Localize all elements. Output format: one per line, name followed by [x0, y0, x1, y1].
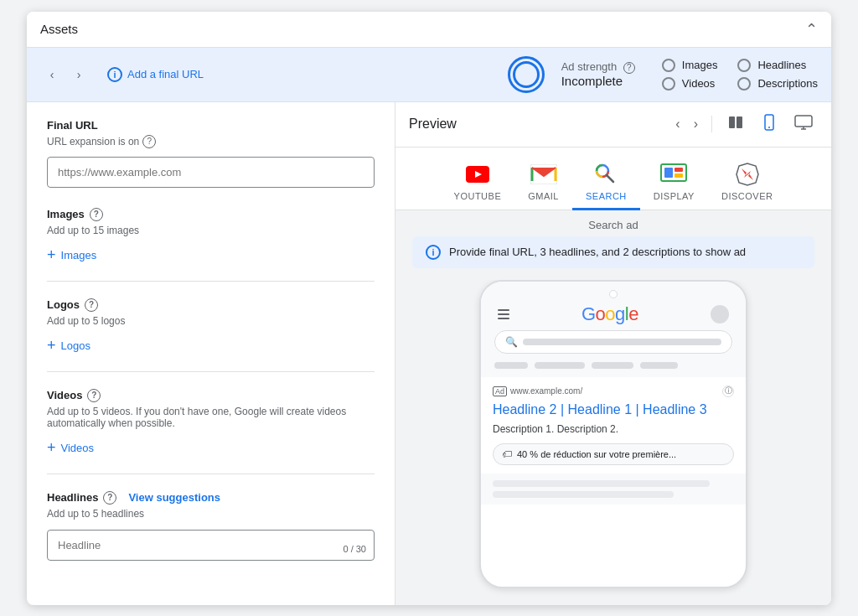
ad-strength-label: Ad strength ?: [561, 60, 635, 74]
mobile-view-btn[interactable]: [756, 111, 783, 138]
tag-icon: 🏷: [502, 448, 512, 460]
tab-search[interactable]: SEARCH: [572, 154, 640, 210]
info-banner-text: Provide final URL, 3 headlines, and 2 de…: [449, 246, 746, 258]
final-url-title: Final URL: [47, 119, 375, 132]
add-videos-button[interactable]: + Videos: [47, 439, 94, 457]
svg-point-3: [768, 127, 770, 128]
logos-subtitle: Add up to 5 logos: [47, 315, 375, 327]
phone-header: Google: [494, 303, 732, 325]
gmail-icon: [530, 161, 557, 188]
headline-input[interactable]: [47, 530, 375, 561]
plus-icon: +: [47, 337, 56, 355]
search-bar-placeholder: [523, 339, 721, 345]
videos-section: Videos ? Add up to 5 videos. If you don'…: [47, 389, 375, 457]
google-logo: Google: [581, 303, 638, 325]
char-count: 0 / 30: [343, 544, 366, 554]
check-descriptions: Descriptions: [737, 77, 818, 91]
add-images-button[interactable]: + Images: [47, 246, 96, 264]
ad-label-row: Ad www.example.com/ ⓘ: [493, 386, 734, 397]
circle-inner: [513, 61, 540, 88]
add-logos-button[interactable]: + Logos: [47, 337, 90, 355]
youtube-label: YOUTUBE: [454, 191, 502, 201]
discover-label: DISCOVER: [721, 191, 773, 201]
search-icon-small: 🔍: [505, 336, 518, 348]
preview-title: Preview: [409, 116, 457, 132]
ad-extension: 🏷 40 % de réduction sur votre première..…: [493, 443, 734, 465]
phone-container: Google 🔍: [395, 280, 831, 605]
check-col-2: Headlines Descriptions: [737, 59, 818, 91]
images-section: Images ? Add up to 15 images + Images: [47, 208, 375, 264]
headlines-subtitle: Add up to 5 headlines: [47, 508, 375, 520]
nav-line: [640, 362, 678, 369]
main-layout: Final URL URL expansion is on ? Images ?…: [27, 102, 831, 605]
placeholder-line: [493, 491, 674, 498]
check-circle: [737, 59, 751, 72]
preview-header: Preview ‹ ›: [395, 102, 831, 148]
next-arrow[interactable]: ›: [67, 63, 90, 86]
phone-camera: [609, 290, 618, 298]
tab-display[interactable]: DISPLAY: [640, 154, 708, 210]
preview-next-btn[interactable]: ›: [690, 113, 701, 135]
ad-strength-status: Incomplete: [561, 74, 635, 88]
placeholder-lines: [493, 480, 734, 498]
headlines-help-icon[interactable]: ?: [103, 491, 116, 505]
svg-rect-0: [729, 116, 735, 128]
logos-help-icon[interactable]: ?: [85, 298, 98, 312]
videos-title: Videos ?: [47, 389, 375, 402]
desktop-view-btn[interactable]: [789, 111, 818, 138]
account-avatar: [711, 305, 729, 324]
check-col-1: Images Videos: [662, 59, 718, 91]
ad-extension-text: 40 % de réduction sur votre première...: [517, 449, 676, 459]
headlines-section: Headlines ? View suggestions Add up to 5…: [47, 491, 375, 561]
svg-rect-1: [737, 116, 742, 128]
plus-icon: +: [47, 439, 56, 457]
info-banner: i Provide final URL, 3 headlines, and 2 …: [412, 236, 814, 268]
tab-youtube[interactable]: YOUTUBE: [441, 154, 515, 210]
tab-discover[interactable]: DISCOVER: [708, 154, 786, 210]
display-icon: [660, 161, 687, 188]
logos-section: Logos ? Add up to 5 logos + Logos: [47, 298, 375, 355]
images-help-icon[interactable]: ?: [90, 208, 103, 221]
youtube-icon: [464, 161, 491, 188]
ad-strength-info: Ad strength ? Incomplete: [561, 60, 635, 88]
preview-prev-btn[interactable]: ‹: [672, 113, 683, 135]
svg-line-15: [607, 175, 613, 182]
tab-gmail[interactable]: GMAIL: [514, 154, 572, 210]
svg-rect-18: [675, 168, 683, 172]
search-label: SEARCH: [586, 191, 627, 201]
phone-bottom: [481, 474, 746, 505]
left-panel: Final URL URL expansion is on ? Images ?…: [27, 102, 395, 605]
nav-line: [592, 362, 633, 369]
svg-rect-19: [675, 173, 683, 178]
two-col-view-btn[interactable]: [722, 111, 749, 138]
hamburger-icon: [498, 309, 509, 319]
logos-title: Logos ?: [47, 298, 375, 312]
strength-help-icon[interactable]: ?: [623, 62, 635, 74]
phone-top: Google 🔍: [481, 282, 746, 377]
images-subtitle: Add up to 15 images: [47, 225, 375, 236]
videos-help-icon[interactable]: ?: [87, 389, 101, 402]
ad-url: www.example.com/: [510, 386, 582, 396]
images-title: Images ?: [47, 208, 375, 221]
window-title: Assets: [40, 22, 78, 36]
add-url-chip[interactable]: i Add a final URL: [107, 67, 204, 82]
gmail-label: GMAIL: [528, 191, 559, 201]
svg-rect-17: [664, 168, 673, 178]
prev-arrow[interactable]: ‹: [40, 63, 64, 86]
url-help-icon[interactable]: ?: [142, 135, 156, 148]
check-headlines: Headlines: [737, 59, 818, 72]
headlines-title: Headlines ? View suggestions: [47, 491, 375, 505]
nav-line: [494, 362, 528, 369]
url-expansion-label: URL expansion is on: [47, 136, 139, 148]
title-bar: Assets ⌃: [27, 12, 831, 48]
right-panel: Preview ‹ ›: [395, 102, 831, 605]
url-input[interactable]: [47, 157, 375, 188]
nav-line: [535, 362, 585, 369]
collapse-icon[interactable]: ⌃: [805, 20, 818, 39]
main-window: Assets ⌃ ‹ › i Add a final URL Ad streng…: [27, 12, 831, 605]
ad-badge: Ad: [493, 386, 507, 396]
view-suggestions-link[interactable]: View suggestions: [128, 491, 220, 504]
add-url-label: Add a final URL: [127, 68, 204, 80]
phone-ad-content: Ad www.example.com/ ⓘ Headline 2 | Headl…: [481, 377, 746, 474]
check-images: Images: [662, 59, 718, 72]
